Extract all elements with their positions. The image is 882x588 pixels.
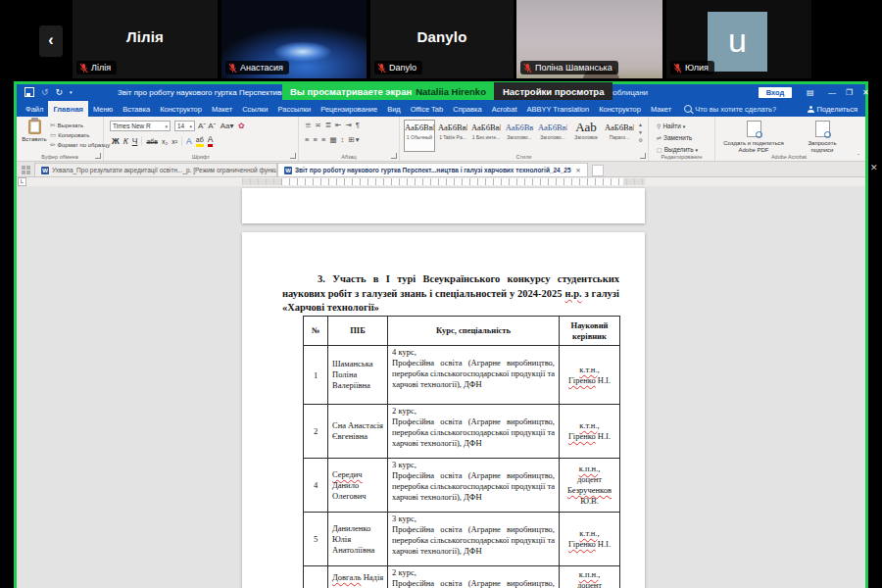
new-document-tab-button[interactable]	[592, 165, 604, 176]
font-size-combo[interactable]: 14▾	[174, 121, 195, 131]
style-card-4[interactable]: АаБбВвЗаголово...	[504, 120, 535, 152]
italic-button[interactable]: К	[123, 136, 128, 146]
strikethrough-button[interactable]: абв	[146, 138, 158, 145]
ribbon-tab-8[interactable]: Рассылки	[273, 101, 317, 117]
document-area: 3. Участь в І турі Всеукраїнського конку…	[17, 186, 865, 588]
font-color-button[interactable]: А	[208, 135, 214, 147]
mic-off-icon	[228, 63, 237, 74]
table-cell: к.п.н.,доцентБезрученковЮ.В.	[560, 459, 620, 513]
style-card-2[interactable]: АаБбВвГ1 Table Pa...	[437, 120, 468, 152]
dialog-launcher-icon[interactable]	[391, 153, 397, 159]
table-cell: 3 курс,Професійна освіта (Аграрне виробн…	[388, 513, 560, 566]
text-effects-button[interactable]: А	[186, 136, 192, 146]
table-body: 1Шаманська Поліна Валеріївна4 курс,Профе…	[304, 346, 620, 588]
ribbon-tab-14[interactable]: ABBYY Translation	[522, 101, 595, 117]
dialog-launcher-icon[interactable]	[95, 153, 101, 159]
cut-button[interactable]: ✄Вырезать	[50, 121, 110, 130]
create-pdf-button[interactable]: Создать и поделиться Adobe PDF	[719, 119, 788, 154]
ribbon-tab-10[interactable]: Вид	[382, 101, 406, 117]
participant-tile-danylo[interactable]: Danylo Danylo	[370, 0, 514, 78]
view-options-button[interactable]: Настройки просмотра	[494, 82, 612, 100]
previous-participants-button[interactable]: ‹	[39, 25, 63, 57]
ribbon-tab-9[interactable]: Рецензирование	[316, 101, 382, 117]
document-tab-2[interactable]: WЗвіт про роботу наукового гуртка Перспе…	[277, 163, 588, 176]
horizontal-ruler[interactable]: L	[17, 177, 865, 186]
table-row: 5Даниленко Юлія Анатоліївна3 курс,Профес…	[304, 513, 620, 566]
avatar: u	[708, 12, 767, 72]
document-tab-1[interactable]: WУхвала_Про результати акредитації освіт…	[34, 163, 277, 176]
ribbon-tab-6[interactable]: Макет	[207, 101, 237, 117]
qat-customize-icon[interactable]: ▾	[70, 88, 73, 97]
close-tab-icon[interactable]: ✕	[576, 167, 581, 173]
replace-button[interactable]: ⇄Заменить	[657, 132, 698, 144]
styles-scroll-icons[interactable]: ▲▼⚙	[636, 121, 645, 144]
ribbon-tab-15[interactable]: Конструктор	[594, 101, 646, 117]
participant-tile-yuliia[interactable]: u Юлия	[666, 0, 811, 78]
restore-icon[interactable]: ❐	[846, 88, 853, 97]
ribbon-tab-4[interactable]: Вставка	[118, 101, 155, 117]
font-name-combo[interactable]: Times New R▾	[110, 121, 171, 131]
share-button[interactable]: Поделиться	[808, 101, 858, 117]
minimize-icon[interactable]: —	[828, 88, 836, 97]
style-card-1[interactable]: АаБбВвГг1 Обычный	[404, 120, 435, 152]
underline-button[interactable]: Ч	[132, 136, 138, 146]
mic-off-icon	[673, 63, 682, 74]
collapse-ribbon-icon[interactable]: ˆ	[858, 153, 859, 159]
create-pdf-icon	[747, 121, 761, 137]
participant-tile-liliia[interactable]: Лілія Лілія	[73, 0, 218, 78]
copy-button[interactable]: ▭Копировать	[50, 130, 110, 140]
style-card-7[interactable]: АаБбВвГПараго...	[604, 120, 635, 152]
style-card-6[interactable]: АabЗаголовок	[570, 120, 602, 152]
table-header-cell: Курс, спеціальність	[388, 317, 560, 346]
table-cell: Шаманська Поліна Валеріївна	[328, 346, 388, 405]
word-file-icon: W	[284, 167, 292, 174]
participant-tile-polina[interactable]: Поліна Шаманська	[516, 0, 662, 78]
group-label: Стили	[400, 154, 648, 160]
ribbon-tab-3[interactable]: Меню	[88, 101, 118, 117]
page-current[interactable]: 3. Участь в І турі Всеукраїнського конку…	[242, 232, 645, 588]
search-icon	[684, 105, 692, 113]
ribbon-tab-2[interactable]: Главная	[48, 101, 88, 117]
list-and-indent-icons[interactable]: ≌ ≍ ≣ ⇤ ⇥ ¶	[305, 121, 361, 129]
format-painter-button[interactable]: ✏Формат по образцу	[50, 140, 110, 150]
highlight-color-button[interactable]: аб	[196, 136, 204, 147]
close-window-icon[interactable]: ✕	[862, 88, 869, 97]
participant-tile-anastasiia[interactable]: Анастасия	[221, 0, 367, 78]
close-icon[interactable]: ✕	[870, 163, 878, 172]
undo-icon[interactable]: ↺	[41, 88, 49, 97]
table-row: 2Сна Анастасія Євгенівна2 курс,Професійн…	[304, 405, 620, 459]
find-button[interactable]: ⚲Найти ▾	[657, 121, 698, 132]
ribbon-tab-16[interactable]: Макет	[646, 101, 676, 117]
ribbon-tab-12[interactable]: Справка	[448, 101, 486, 117]
tab-selector-icon[interactable]: L	[18, 177, 26, 186]
ribbon-tab-11[interactable]: Office Tab	[406, 101, 449, 117]
bold-button[interactable]: Ж	[112, 136, 120, 146]
grow-shrink-font-icons[interactable]: Аˆ Аˇ Аа▾ ✿	[198, 122, 245, 130]
subscript-button[interactable]: х₂	[162, 138, 168, 145]
presenter-banner: Вы просматриваете экран Nataliia Hirenko…	[282, 82, 612, 100]
dialog-launcher-icon[interactable]	[640, 153, 646, 159]
tab-list-icon[interactable]	[22, 166, 30, 174]
redo-icon[interactable]: ↻	[56, 88, 64, 97]
signin-button[interactable]: Вход	[759, 87, 792, 98]
superscript-button[interactable]: х²	[172, 138, 177, 145]
ribbon-tab-1[interactable]: Файл	[21, 101, 48, 117]
alignment-icons[interactable]: ≡ ≡ ≡ ▦ ↕ ⊞▾	[305, 135, 360, 144]
paste-button[interactable]: Вставить	[21, 120, 48, 153]
save-icon[interactable]	[24, 87, 34, 97]
request-signatures-button[interactable]: Запросить подписи	[788, 119, 857, 154]
ribbon-tab-7[interactable]: Ссылки	[237, 101, 272, 117]
tell-me-box[interactable]: Что вы хотите сделать?	[684, 101, 776, 117]
table-row: Довгаль Надія2 курс,Професійна освіта (А…	[304, 566, 620, 588]
table-cell: 2 курс,Професійна освіта (Аграрне виробн…	[388, 566, 560, 588]
table-cell: 5	[304, 513, 328, 566]
dialog-launcher-icon[interactable]	[290, 153, 296, 159]
ribbon-tab-5[interactable]: Конструктор	[155, 101, 207, 117]
table-row: 4Середич Данило Олегович3 курс,Професійн…	[304, 459, 620, 513]
table-cell: Сна Анастасія Євгенівна	[328, 405, 388, 459]
word-window: ↺ ↻ ▾ Звіт про роботу наукового гуртка П…	[17, 84, 865, 588]
ribbon-tab-13[interactable]: Acrobat	[487, 101, 522, 117]
style-card-5[interactable]: АаБбВвГЗаголово...	[537, 120, 568, 152]
style-card-3[interactable]: АаБбВвГг1 Без инте...	[470, 120, 502, 152]
ribbon-display-options-icon[interactable]: ▤	[807, 88, 814, 97]
